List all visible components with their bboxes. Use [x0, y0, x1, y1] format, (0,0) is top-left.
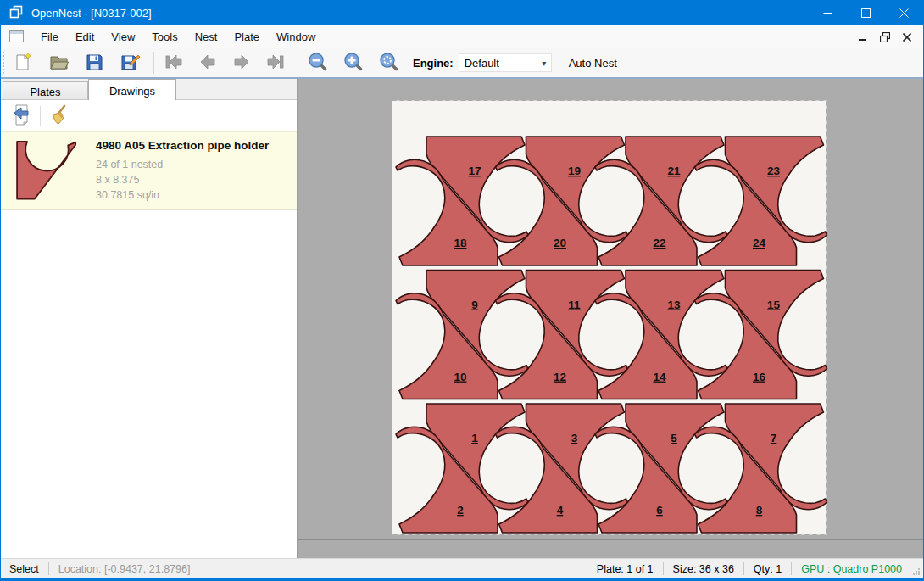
- window-title: OpenNest - [N0317-002]: [31, 7, 152, 20]
- menu-bar: File Edit View Tools Nest Plate Window: [1, 25, 923, 48]
- mdi-minimize-button[interactable]: [852, 28, 874, 47]
- go-next-icon: [232, 53, 251, 73]
- part-label-2: 2: [457, 504, 464, 517]
- engine-label: Engine:: [413, 57, 454, 70]
- status-mode: Select: [1, 563, 48, 575]
- new-document-button[interactable]: [8, 50, 38, 75]
- mdi-close-button[interactable]: [896, 28, 918, 47]
- engine-value: Default: [465, 57, 537, 70]
- drawing-list-item[interactable]: 4980 A05 Extraction pipe holder 24 of 1 …: [1, 131, 297, 210]
- open-button[interactable]: [43, 50, 74, 75]
- go-last-icon: [265, 53, 286, 73]
- zoom-out-icon: [308, 52, 328, 75]
- nest-canvas[interactable]: 171819202122232491011121314151612345678: [298, 79, 923, 558]
- zoom-in-icon: [343, 52, 364, 75]
- go-previous-icon: [198, 53, 217, 73]
- import-drawing-button[interactable]: [8, 103, 36, 129]
- menu-plate[interactable]: Plate: [225, 27, 268, 47]
- drawing-size: 8 x 8.375: [96, 172, 269, 187]
- horizontal-scrollbar[interactable]: [298, 539, 923, 558]
- document-icon[interactable]: [9, 30, 24, 45]
- part-label-10: 10: [454, 371, 466, 383]
- part-label-22: 22: [653, 237, 665, 249]
- part-label-19: 19: [568, 165, 581, 177]
- part-label-7: 7: [771, 432, 777, 444]
- previous-plate-button[interactable]: [192, 50, 223, 75]
- part-label-15: 15: [767, 299, 781, 311]
- import-drawing-icon: [11, 103, 33, 128]
- next-plate-button[interactable]: [226, 50, 257, 75]
- menu-view[interactable]: View: [103, 27, 143, 47]
- plate[interactable]: 171819202122232491011121314151612345678: [392, 100, 827, 535]
- maximize-button[interactable]: [847, 0, 885, 25]
- resize-grip[interactable]: [911, 559, 923, 578]
- part-label-12: 12: [554, 371, 566, 383]
- part-label-20: 20: [554, 237, 566, 249]
- go-first-icon: [164, 53, 184, 73]
- part-label-9: 9: [471, 299, 478, 311]
- drawing-title: 4980 A05 Extraction pipe holder: [96, 139, 269, 152]
- mdi-restore-button[interactable]: [874, 28, 896, 47]
- part-label-11: 11: [568, 299, 581, 311]
- tab-drawings[interactable]: Drawings: [88, 79, 176, 100]
- open-folder-icon: [48, 52, 70, 75]
- part-label-3: 3: [571, 432, 578, 444]
- menu-window[interactable]: Window: [268, 27, 324, 47]
- part-label-8: 8: [756, 504, 763, 517]
- app-icon: [8, 4, 24, 22]
- part-label-14: 14: [653, 371, 666, 383]
- part-label-23: 23: [767, 165, 781, 177]
- close-button[interactable]: [885, 0, 923, 25]
- part-label-6: 6: [656, 504, 663, 517]
- menu-file[interactable]: File: [32, 27, 67, 47]
- save-icon: [84, 52, 104, 75]
- first-plate-button[interactable]: [159, 50, 189, 75]
- drawing-item-text: 4980 A05 Extraction pipe holder 24 of 1 …: [96, 137, 269, 203]
- status-size: Size: 36 x 36: [664, 563, 743, 575]
- menu-nest[interactable]: Nest: [186, 27, 226, 47]
- part-label-24: 24: [753, 237, 766, 249]
- zoom-fit-icon: [379, 52, 399, 75]
- broom-icon: [47, 103, 70, 128]
- part-label-1: 1: [471, 432, 478, 444]
- part-label-17: 17: [468, 165, 481, 177]
- part-label-21: 21: [667, 165, 681, 177]
- part-label-13: 13: [667, 299, 681, 311]
- left-panel: Plates Drawings: [1, 79, 298, 558]
- auto-nest-button[interactable]: Auto Nest: [562, 53, 624, 73]
- save-as-button[interactable]: [114, 50, 145, 75]
- tab-strip: Plates Drawings: [1, 79, 297, 100]
- app-window: OpenNest - [N0317-002] File Edit View To…: [0, 0, 924, 581]
- engine-select[interactable]: Default ▾: [459, 53, 552, 72]
- plate-svg: 171819202122232491011121314151612345678: [392, 100, 827, 535]
- menu-edit[interactable]: Edit: [67, 27, 103, 47]
- drawing-area: 30.7815 sq/in: [96, 187, 269, 203]
- title-bar: OpenNest - [N0317-002]: [1, 0, 923, 25]
- part-label-4: 4: [557, 504, 564, 517]
- part-label-18: 18: [454, 237, 467, 249]
- status-bar: Select Location: [-0.9437, 21.8796] Plat…: [1, 558, 923, 578]
- clean-button[interactable]: [44, 103, 73, 129]
- new-document-icon: [13, 52, 33, 75]
- part-label-16: 16: [753, 371, 766, 383]
- part-thumbnail: [8, 139, 86, 200]
- status-location: Location: [-0.9437, 21.8796]: [49, 563, 200, 575]
- status-plate: Plate: 1 of 1: [587, 563, 663, 575]
- status-gpu: GPU : Quadro P1000: [792, 563, 911, 575]
- main-toolbar: Engine: Default ▾ Auto Nest: [1, 48, 923, 79]
- zoom-in-button[interactable]: [338, 50, 369, 75]
- save-button[interactable]: [79, 50, 109, 75]
- zoom-fit-button[interactable]: [374, 50, 404, 75]
- save-as-icon: [120, 52, 140, 75]
- content-area: Plates Drawings: [1, 79, 923, 558]
- drawing-nested-count: 24 of 1 nested: [96, 157, 269, 172]
- scrollbar-divider: [392, 540, 392, 558]
- zoom-out-button[interactable]: [303, 50, 333, 75]
- drawings-toolbar: [1, 100, 297, 131]
- status-qty: Qty: 1: [744, 563, 791, 575]
- minimize-button[interactable]: [809, 0, 847, 25]
- tab-plates[interactable]: Plates: [3, 81, 88, 99]
- chevron-down-icon: ▾: [537, 59, 551, 68]
- menu-tools[interactable]: Tools: [143, 27, 186, 47]
- last-plate-button[interactable]: [260, 50, 291, 75]
